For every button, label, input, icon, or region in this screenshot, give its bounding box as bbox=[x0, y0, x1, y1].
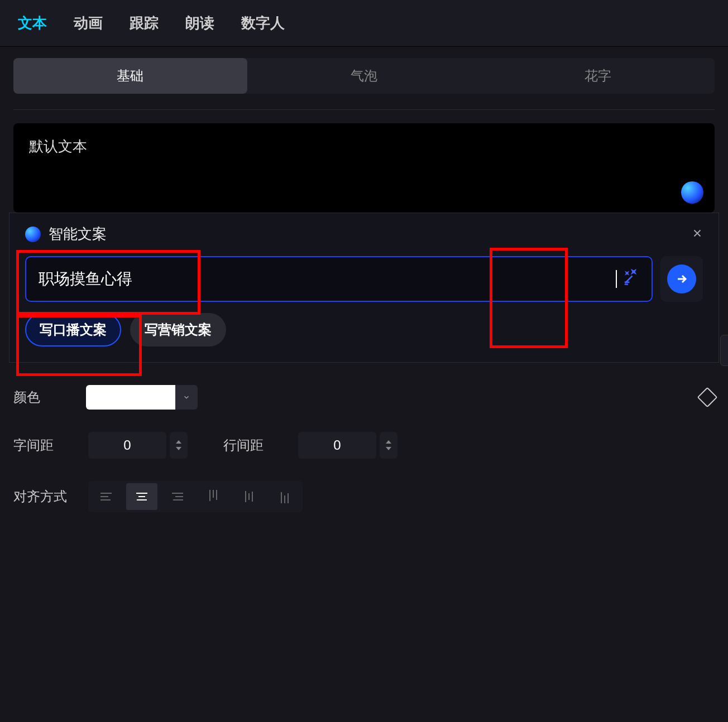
letter-spacing-stepper[interactable] bbox=[170, 432, 188, 459]
smart-input-field[interactable]: 职场摸鱼心得 bbox=[25, 256, 653, 302]
content-area: 基础 气泡 花字 默认文本 智能文案 职场摸鱼心得 bbox=[0, 47, 728, 535]
color-swatch bbox=[86, 385, 175, 410]
line-spacing-stepper[interactable] bbox=[380, 432, 397, 459]
smart-input-row: 职场摸鱼心得 bbox=[25, 256, 703, 302]
sub-tab-bar: 基础 气泡 花字 bbox=[13, 58, 715, 94]
align-label: 对齐方式 bbox=[13, 488, 75, 506]
wand-icon[interactable] bbox=[622, 269, 639, 289]
divider bbox=[13, 109, 715, 110]
sub-tab-decorated[interactable]: 花字 bbox=[481, 58, 715, 94]
tab-text[interactable]: 文本 bbox=[18, 13, 47, 33]
line-spacing-input[interactable]: 0 bbox=[298, 432, 376, 459]
tab-avatar[interactable]: 数字人 bbox=[241, 13, 285, 33]
close-icon[interactable] bbox=[687, 223, 707, 243]
align-center-button[interactable] bbox=[126, 483, 157, 510]
chip-row: 写口播文案 写营销文案 bbox=[25, 313, 703, 346]
letter-spacing-label: 字间距 bbox=[13, 436, 75, 454]
color-picker[interactable] bbox=[86, 385, 198, 410]
top-tab-bar: 文本 动画 跟踪 朗读 数字人 bbox=[0, 0, 728, 47]
alignment-row: 对齐方式 bbox=[13, 470, 715, 523]
tab-animation[interactable]: 动画 bbox=[74, 13, 103, 33]
text-cursor bbox=[616, 270, 617, 288]
line-spacing-label: 行间距 bbox=[223, 436, 285, 454]
tab-tracking[interactable]: 跟踪 bbox=[130, 13, 159, 33]
text-placeholder: 默认文本 bbox=[29, 138, 87, 155]
align-button-group bbox=[88, 481, 303, 512]
sub-tab-bubble[interactable]: 气泡 bbox=[247, 58, 481, 94]
color-row: 颜色 bbox=[13, 374, 715, 421]
align-right-button[interactable] bbox=[162, 483, 193, 510]
smart-title: 智能文案 bbox=[49, 224, 107, 244]
smart-text-panel: 智能文案 职场摸鱼心得 写口播文案 bbox=[9, 213, 719, 363]
panel-resize-handle[interactable] bbox=[720, 335, 728, 366]
tab-speak[interactable]: 朗读 bbox=[185, 13, 214, 33]
smart-header: 智能文案 bbox=[25, 224, 703, 244]
valign-middle-button[interactable] bbox=[233, 483, 265, 510]
text-properties-panel: 文本 动画 跟踪 朗读 数字人 基础 气泡 花字 默认文本 智能文案 bbox=[0, 0, 728, 722]
ai-orb-small-icon bbox=[25, 227, 41, 242]
chip-broadcast[interactable]: 写口播文案 bbox=[25, 313, 121, 346]
letter-spacing-control: 0 bbox=[88, 432, 188, 459]
align-left-button[interactable] bbox=[90, 483, 122, 510]
sub-tab-basic[interactable]: 基础 bbox=[13, 58, 247, 94]
valign-bottom-button[interactable] bbox=[269, 483, 300, 510]
chevron-down-icon[interactable] bbox=[175, 385, 198, 410]
line-spacing-control: 0 bbox=[298, 432, 397, 459]
spacing-row: 字间距 0 行间距 0 bbox=[13, 421, 715, 470]
color-label: 颜色 bbox=[13, 388, 75, 406]
letter-spacing-input[interactable]: 0 bbox=[88, 432, 166, 459]
smart-input-value: 职场摸鱼心得 bbox=[39, 268, 615, 290]
chip-marketing[interactable]: 写营销文案 bbox=[130, 313, 226, 346]
arrow-right-icon bbox=[667, 264, 696, 293]
valign-top-button[interactable] bbox=[198, 483, 229, 510]
text-content-input[interactable]: 默认文本 bbox=[13, 123, 715, 213]
keyframe-diamond-icon[interactable] bbox=[697, 387, 718, 408]
submit-button[interactable] bbox=[660, 256, 703, 302]
ai-orb-icon[interactable] bbox=[681, 181, 703, 204]
